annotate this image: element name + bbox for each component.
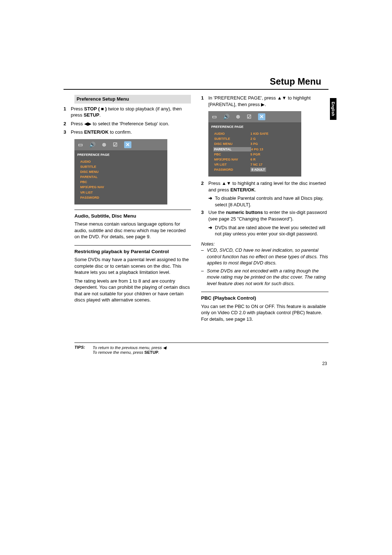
osd-preference-page-1: ▭ 🔊 ⊗ ☑ ✕ PREFERENCE PAGE AUDIO SUBTITLE… — [74, 139, 167, 204]
parental-para-1: Some DVDs may have a parental level assi… — [74, 256, 191, 276]
osd-item: PASSWORD — [80, 195, 117, 200]
substep-text: To disable Parental controls and have al… — [215, 195, 328, 208]
audio-icon: 🔊 — [223, 113, 229, 120]
osd-item: PARENTAL — [80, 175, 117, 179]
notes-heading: Notes: — [201, 241, 328, 247]
step-text: Press STOP ( ■ ) twice to stop playback … — [71, 106, 191, 118]
video-icon: ⊗ — [236, 113, 240, 120]
osd-value: 6 R — [250, 157, 256, 162]
osd-item-highlighted: PARENTAL — [213, 147, 251, 151]
osd-value: 5 PGR — [250, 152, 260, 157]
notes-list: –VCD, SVCD, CD have no level indication,… — [201, 247, 328, 287]
osd-icon-row: ▭ 🔊 ⊗ ☑ ✕ — [74, 139, 167, 151]
page-title: Setup Menu — [64, 76, 328, 87]
step-1: 1 Press STOP ( ■ ) twice to stop playbac… — [64, 106, 191, 118]
osd-icon-row: ▭ 🔊 ⊗ ☑ ✕ — [208, 111, 301, 123]
note-item: –Some DVDs are not encoded with a rating… — [201, 268, 328, 287]
pbc-heading: PBC (Playback Control) — [201, 295, 328, 301]
osd-item: SUBTITLE — [80, 165, 117, 169]
osd-item: AUDIO — [214, 131, 250, 136]
parental-heading: Restricting playback by Parental Control — [74, 248, 191, 255]
step-number: 2 — [201, 180, 208, 193]
osd-item: AUDIO — [80, 159, 117, 164]
pbc-para: You can set the PBC to ON or OFF. This f… — [201, 303, 328, 323]
manual-page: Setup Menu English Preference Setup Menu… — [64, 0, 328, 366]
osd-value-selected: 8 ADULT — [250, 167, 266, 172]
osd-item: MP3/JPEG NAV — [80, 185, 117, 189]
video-icon: ⊗ — [102, 141, 106, 148]
substep: ➜ To disable Parental controls and have … — [208, 195, 328, 208]
osd-item: PBC — [80, 180, 117, 184]
dash-icon: – — [201, 268, 207, 287]
osd-item: DISC MENU — [80, 170, 117, 174]
step-2: 2 Press ◀▶ to select the 'Preference Set… — [64, 121, 191, 127]
audio-subtitle-para: These menus contain various language opt… — [74, 221, 191, 240]
step-number: 3 — [201, 209, 208, 222]
dash-icon: – — [201, 247, 207, 266]
tips-text: To return to the previous menu, press ◀.… — [93, 345, 167, 355]
preference-setup-header: Preference Setup Menu — [74, 95, 191, 104]
osd-item: VR LIST — [214, 162, 250, 167]
step-number: 2 — [64, 121, 71, 127]
step-3: 3 Press ENTER/OK to confirm. — [64, 129, 191, 135]
close-icon: ✕ — [124, 141, 131, 148]
osd-value: 4 PG 13 — [251, 147, 263, 151]
audio-icon: 🔊 — [89, 141, 95, 148]
arrow-icon: ➜ — [208, 224, 215, 237]
osd-item: PASSWORD — [214, 167, 250, 172]
step-3: 3 Use the numeric buttons to enter the s… — [201, 209, 328, 222]
step-1: 1 In 'PREFERENCE PAGE', press ▲▼ to high… — [201, 95, 328, 108]
step-text: Press ◀▶ to select the 'Preference Setup… — [71, 121, 169, 127]
tips-rule — [74, 343, 328, 343]
steps-right-3: 3 Use the numeric buttons to enter the s… — [201, 209, 328, 222]
osd-item: VR LIST — [80, 190, 117, 195]
divider — [74, 245, 191, 246]
osd-item: MP3/JPEG NAV — [214, 157, 250, 162]
steps-right-2: 2 Press ▲▼ to highlight a rating level f… — [201, 180, 328, 193]
parental-para-2: The rating levels are from 1 to 8 and ar… — [74, 278, 191, 303]
close-icon: ✕ — [258, 113, 265, 120]
general-icon: ▭ — [78, 141, 83, 148]
substep-text: DVDs that are rated above the level you … — [215, 224, 328, 237]
step-2: 2 Press ▲▼ to highlight a rating level f… — [201, 180, 328, 193]
preference-icon: ☑ — [247, 113, 252, 120]
divider — [201, 292, 328, 292]
osd-body: AUDIO1 KID SAFE SUBTITLE2 G DISC MENU3 P… — [208, 130, 301, 177]
steps-left: 1 Press STOP ( ■ ) twice to stop playbac… — [64, 106, 191, 135]
note-item: –VCD, SVCD, CD have no level indication,… — [201, 247, 328, 266]
osd-value: 3 PG — [250, 142, 258, 146]
osd-item: DISC MENU — [214, 142, 250, 146]
steps-right-1: 1 In 'PREFERENCE PAGE', press ▲▼ to high… — [201, 95, 328, 108]
page-number: 23 — [64, 361, 328, 366]
osd-value: 2 G — [250, 137, 256, 141]
divider — [74, 210, 191, 210]
osd-value: 7 NC 17 — [250, 162, 262, 167]
general-icon: ▭ — [212, 113, 217, 120]
osd-body: AUDIO SUBTITLE DISC MENU PARENTAL PBC MP… — [74, 158, 167, 204]
osd-preference-page-2: ▭ 🔊 ⊗ ☑ ✕ PREFERENCE PAGE AUDIO1 KID SAF… — [208, 111, 301, 177]
osd-item: PBC — [214, 152, 250, 157]
left-column: Preference Setup Menu 1 Press STOP ( ■ )… — [64, 95, 191, 324]
step-number: 1 — [201, 95, 208, 108]
step-text: Press ENTER/OK to confirm. — [71, 129, 132, 135]
columns: Preference Setup Menu 1 Press STOP ( ■ )… — [64, 95, 328, 324]
title-rule — [64, 89, 328, 90]
osd-value: 1 KID SAFE — [250, 131, 269, 136]
osd-header: PREFERENCE PAGE — [74, 151, 167, 158]
osd-header: PREFERENCE PAGE — [208, 123, 301, 130]
step-number: 3 — [64, 129, 71, 135]
arrow-icon: ➜ — [208, 195, 215, 208]
tips-label: TIPS: — [74, 345, 93, 355]
substep: ➜ DVDs that are rated above the level yo… — [208, 224, 328, 237]
osd-item: SUBTITLE — [214, 137, 250, 141]
audio-subtitle-heading: Audio, Subtitle, Disc Menu — [74, 213, 191, 219]
right-column: 1 In 'PREFERENCE PAGE', press ▲▼ to high… — [201, 95, 328, 324]
tips-block: TIPS: To return to the previous menu, pr… — [74, 345, 328, 355]
step-number: 1 — [64, 106, 71, 118]
step-text: Use the numeric buttons to enter the six… — [208, 209, 328, 222]
preference-icon: ☑ — [113, 141, 118, 148]
step-text: In 'PREFERENCE PAGE', press ▲▼ to highli… — [208, 95, 328, 108]
step-text: Press ▲▼ to highlight a rating level for… — [208, 180, 328, 193]
language-tab: English — [330, 98, 336, 120]
